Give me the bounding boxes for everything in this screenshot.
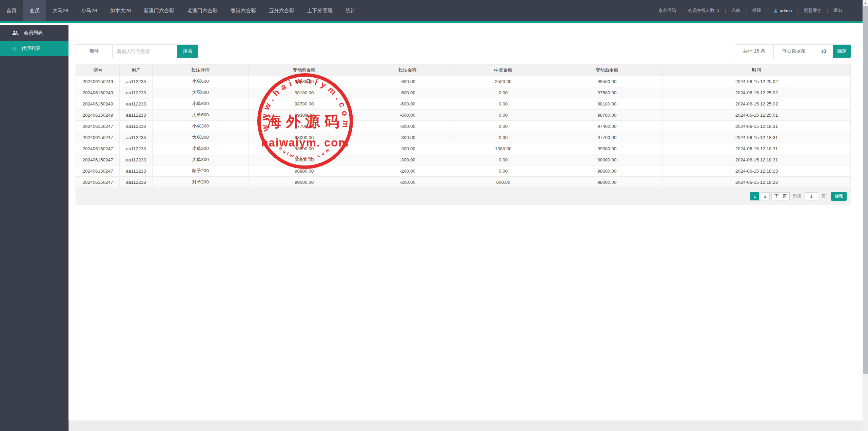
table-cell: 99500.00 (551, 76, 663, 87)
topnav-item[interactable]: 上下分管理 (301, 0, 339, 21)
table-cell: aa112233 (119, 110, 152, 121)
sidebar: 会员列表☆代理列表 (0, 25, 68, 431)
table-row: 202406150247aa112233小双30097700.00-300.00… (76, 121, 851, 132)
column-header: 变动后余额 (551, 64, 663, 76)
topnav-item[interactable]: 会员 (23, 0, 46, 21)
table-cell: 2520.00 (455, 76, 551, 87)
table-cell: 98800.00 (249, 165, 360, 177)
topnav-item[interactable]: 老澳门六合彩 (181, 0, 224, 21)
table-footer: 1 2 下一页 到第 页 确定 (76, 188, 851, 204)
topnav-link[interactable]: 退出 (828, 7, 848, 14)
table-cell: -600.00 (360, 76, 455, 87)
sidebar-item-label: 会员列表 (24, 30, 43, 36)
vertical-scrollbar-thumb[interactable] (863, 6, 868, 374)
table-cell: 小双600 (152, 76, 248, 87)
page-button-1[interactable]: 1 (750, 192, 759, 200)
table-cell: 顺子200 (152, 165, 248, 177)
goto-page-input[interactable] (805, 192, 818, 200)
table-cell: 98180.00 (551, 98, 663, 110)
per-page-input[interactable] (814, 45, 833, 58)
per-page-confirm-button[interactable]: 确定 (833, 45, 851, 58)
sidebar-item[interactable]: 会员列表 (0, 25, 68, 41)
topnav-link-label: 提现 (752, 7, 761, 14)
table-cell: 0.00 (455, 121, 551, 132)
page-button-2[interactable]: 2 (761, 192, 770, 200)
topnav-item[interactable]: 小马28 (75, 0, 104, 21)
topnav-item[interactable]: 香港六合彩 (224, 0, 262, 21)
table-cell: aa112233 (119, 165, 152, 177)
table-cell: -600.00 (360, 110, 455, 121)
goto-page-suffix: 页 (822, 193, 826, 199)
topnav-item[interactable]: 五分六合彩 (262, 0, 301, 21)
issue-search-group: 期号 搜索 (76, 44, 198, 58)
next-page-button[interactable]: 下一页 (771, 192, 790, 200)
table-cell: aa112233 (119, 87, 152, 98)
star-icon: ☆ (12, 46, 17, 52)
topnav-link: 会员在线人数: 1 (683, 7, 725, 14)
table-cell: aa112233 (119, 98, 152, 110)
table-cell: 98600.00 (249, 154, 360, 165)
table-cell: 99000.00 (249, 177, 360, 188)
table-row: 202406150247aa112233对子20099000.00-200.00… (76, 177, 851, 188)
issue-label: 期号 (76, 45, 113, 58)
table-cell: 大双600 (152, 87, 248, 98)
column-header: 投注详情 (152, 64, 248, 76)
user-icon (773, 8, 778, 13)
table-cell: 2024-06-15 12:25:01 (663, 110, 851, 121)
table-cell: 0.00 (455, 87, 551, 98)
topnav-item[interactable]: 首页 (0, 0, 23, 21)
vertical-scrollbar[interactable]: ▲ (863, 0, 868, 431)
table-cell: 99380.00 (249, 110, 360, 121)
table-cell: 97580.00 (249, 76, 360, 87)
scroll-up-icon[interactable]: ▲ (863, 0, 868, 6)
table-cell: 202406150249 (76, 76, 120, 87)
topnav-link-label: 永久活码 (658, 7, 676, 14)
topnav-link-label: 更新缓存 (804, 7, 822, 14)
topnav-link[interactable]: 永久活码 (653, 7, 682, 14)
pagination-confirm-button[interactable]: 确定 (831, 192, 847, 201)
main-content: 期号 搜索 共计 16 条 每页数据条 确定 期号用户投注详情变动前金额投注金额… (68, 25, 868, 431)
topnav-item[interactable]: 统计 (339, 0, 362, 21)
table-cell: -600.00 (360, 98, 455, 110)
table-row: 202406150249aa112233小双60097580.00-600.00… (76, 76, 851, 87)
topnav-link-label: 充值 (731, 7, 740, 14)
column-header: 投注金额 (360, 64, 455, 76)
table-cell: 2024-06-15 12:18:31 (663, 121, 851, 132)
issue-search-input[interactable] (113, 45, 177, 58)
topnav-item[interactable]: 新澳门六合彩 (137, 0, 181, 21)
table-cell: 98300.00 (249, 143, 360, 154)
sidebar-item[interactable]: ☆代理列表 (0, 41, 68, 56)
topnav-item[interactable]: 大马28 (46, 0, 75, 21)
horizontal-scrollbar[interactable] (68, 420, 863, 431)
admin-page: 首页会员大马28小马28加拿大28新澳门六合彩老澳门六合彩香港六合彩五分六合彩上… (0, 0, 868, 431)
table-cell: aa112233 (119, 121, 152, 132)
topnav-link[interactable]: 提现 (747, 7, 766, 14)
table-cell: 98180.00 (249, 87, 360, 98)
topnav-link[interactable]: 更新缓存 (798, 7, 827, 14)
table-cell: 2024-06-15 12:25:02 (663, 76, 851, 87)
topnav-link[interactable]: 充值 (726, 7, 746, 14)
table-header-row: 期号用户投注详情变动前金额投注金额中奖金额变动后余额时间 (76, 64, 851, 76)
table-cell: 98780.00 (249, 98, 360, 110)
table-cell: 202406150247 (76, 143, 120, 154)
topnav-link-label: admin (780, 8, 792, 13)
table-cell: 1380.00 (455, 143, 551, 154)
table-cell: 2024-06-15 12:18:31 (663, 154, 851, 165)
topnav-item[interactable]: 加拿大28 (103, 0, 137, 21)
column-header: 中奖金额 (455, 64, 551, 76)
table-cell: 大单600 (152, 110, 248, 121)
table-cell: 202406150247 (76, 121, 120, 132)
table-cell: 202406150247 (76, 154, 120, 165)
table-cell: -300.00 (360, 154, 455, 165)
table-cell: 0.00 (455, 98, 551, 110)
table-cell: 98300.00 (551, 154, 663, 165)
page-size-group: 共计 16 条 每页数据条 确定 (735, 44, 851, 58)
goto-page-prefix: 到第 (793, 193, 801, 199)
table-cell: -300.00 (360, 132, 455, 143)
table-cell: 202406150247 (76, 132, 120, 143)
topnav-link[interactable]: admin (768, 8, 797, 13)
table-cell: 97700.00 (551, 132, 663, 143)
search-button[interactable]: 搜索 (177, 45, 198, 58)
table-cell: aa112233 (119, 143, 152, 154)
column-header: 时间 (663, 64, 851, 76)
